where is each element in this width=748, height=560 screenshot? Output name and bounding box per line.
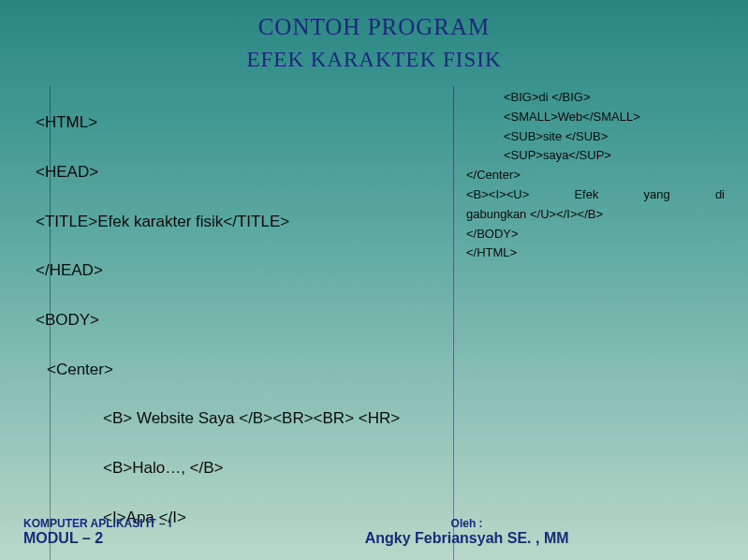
code-block-right: <BIG>di </BIG> <SMALL>Web</SMALL> <SUB>s… (466, 88, 725, 263)
course-label: KOMPUTER APLIKASI IT – I (23, 517, 171, 530)
footer-right: Oleh : Angky Febriansyah SE. , MM (171, 517, 725, 547)
divider-line-left (50, 86, 51, 560)
right-code-column: <BIG>di </BIG> <SMALL>Web</SMALL> <SUB>s… (466, 86, 725, 560)
code-line: <BIG>di </BIG> (466, 88, 725, 108)
footer-left: KOMPUTER APLIKASI IT – I MODUL – 2 (23, 517, 171, 547)
sub-title: EFEK KARAKTEK FISIK (0, 48, 748, 72)
code-line: <U>kabar </U> (36, 555, 438, 560)
code-line: </HEAD> (36, 258, 438, 283)
left-code-column: <HTML> <HEAD> <TITLE>Efek karakter fisik… (36, 86, 438, 560)
code-line: </HTML> (466, 243, 725, 263)
code-line: </Center> (466, 166, 725, 185)
code-line: <B>Halo…, </B> (36, 456, 438, 480)
main-title: CONTOH PROGRAM (0, 14, 748, 40)
module-label: MODUL – 2 (23, 530, 171, 547)
code-fragment: Efek (574, 185, 598, 205)
code-line: <Center> (36, 358, 438, 382)
header-area: CONTOH PROGRAM EFEK KARAKTEK FISIK (0, 0, 748, 72)
code-line: <BODY> (36, 308, 438, 332)
code-line: <B> Website Saya </B><BR><BR> <HR> (36, 406, 438, 431)
code-line: gabungkan </U></I></B> (466, 205, 725, 225)
content-row: <HTML> <HEAD> <TITLE>Efek karakter fisik… (0, 72, 748, 560)
code-fragment: <B><I><U> (466, 185, 529, 205)
code-line: <HEAD> (36, 160, 438, 184)
code-line-justified: <B><I><U> Efek yang di (466, 185, 725, 205)
code-line: <SUB>site </SUB> (466, 127, 725, 147)
code-fragment: di (715, 185, 725, 205)
code-line: </BODY> (466, 225, 725, 244)
code-line: <HTML> (36, 111, 438, 135)
code-fragment: yang (644, 185, 670, 205)
footer: KOMPUTER APLIKASI IT – I MODUL – 2 Oleh … (23, 517, 725, 547)
code-block-left: <HTML> <HEAD> <TITLE>Efek karakter fisik… (36, 86, 438, 560)
by-label: Oleh : (209, 517, 725, 530)
code-line: <SMALL>Web</SMALL> (466, 108, 725, 127)
code-line: <SUP>saya</SUP> (466, 146, 725, 166)
author-name: Angky Febriansyah SE. , MM (209, 530, 725, 547)
divider-line-right (453, 86, 454, 560)
code-line: <TITLE>Efek karakter fisik</TITLE> (36, 210, 438, 234)
